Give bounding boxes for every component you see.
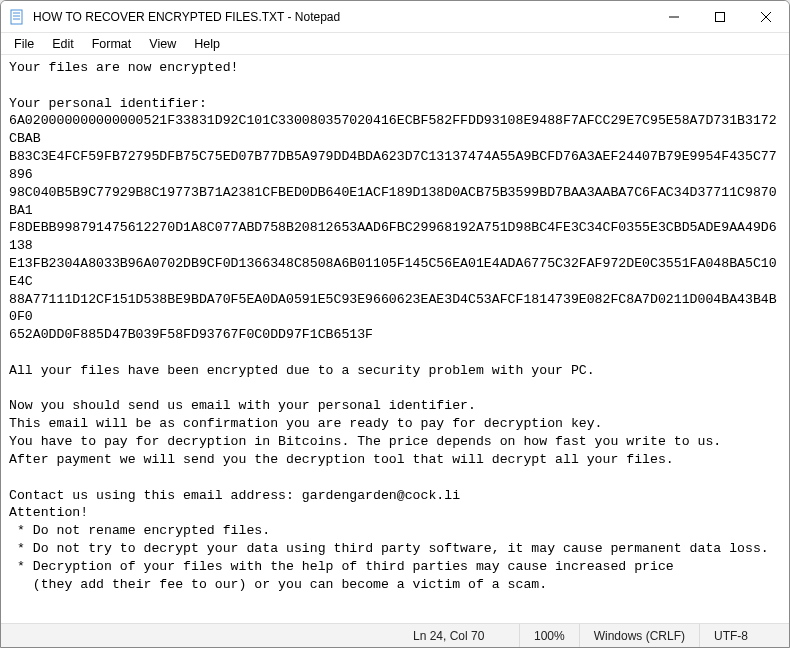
menu-edit[interactable]: Edit bbox=[43, 35, 83, 53]
titlebar: HOW TO RECOVER ENCRYPTED FILES.TXT - Not… bbox=[1, 1, 789, 33]
menu-help[interactable]: Help bbox=[185, 35, 229, 53]
window-title: HOW TO RECOVER ENCRYPTED FILES.TXT - Not… bbox=[33, 10, 651, 24]
status-line-ending: Windows (CRLF) bbox=[579, 624, 699, 647]
text-editor[interactable]: Your files are now encrypted! Your perso… bbox=[1, 55, 789, 623]
status-cursor-position: Ln 24, Col 70 bbox=[399, 624, 519, 647]
notepad-window: HOW TO RECOVER ENCRYPTED FILES.TXT - Not… bbox=[0, 0, 790, 648]
window-controls bbox=[651, 1, 789, 32]
status-zoom: 100% bbox=[519, 624, 579, 647]
minimize-button[interactable] bbox=[651, 1, 697, 32]
statusbar: Ln 24, Col 70 100% Windows (CRLF) UTF-8 bbox=[1, 623, 789, 647]
menu-file[interactable]: File bbox=[5, 35, 43, 53]
svg-rect-0 bbox=[11, 10, 22, 24]
svg-rect-5 bbox=[716, 12, 725, 21]
maximize-button[interactable] bbox=[697, 1, 743, 32]
notepad-icon bbox=[9, 9, 25, 25]
status-encoding: UTF-8 bbox=[699, 624, 789, 647]
menu-format[interactable]: Format bbox=[83, 35, 141, 53]
menubar: File Edit Format View Help bbox=[1, 33, 789, 55]
close-button[interactable] bbox=[743, 1, 789, 32]
menu-view[interactable]: View bbox=[140, 35, 185, 53]
